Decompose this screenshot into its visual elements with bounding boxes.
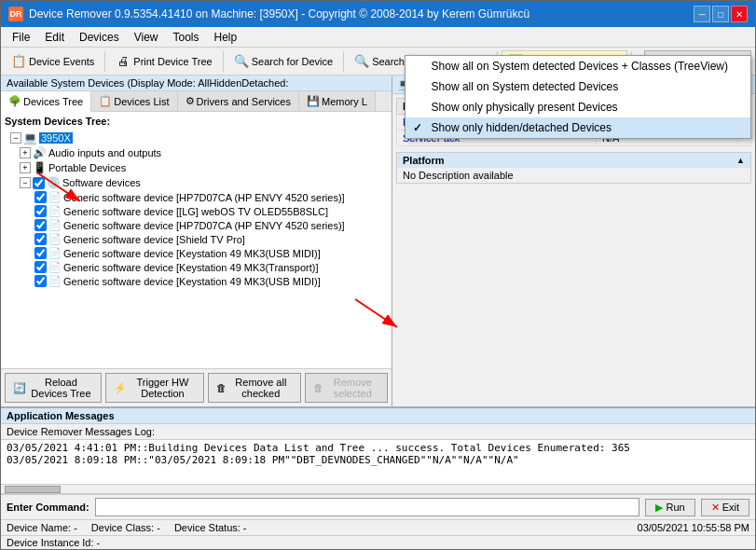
software-checkbox[interactable] [33,177,45,189]
expand-portable-button[interactable]: + [20,162,31,173]
tree-container[interactable]: System Devices Tree: − 💻 3950X + 🔊 Audio… [1,112,392,368]
list-item[interactable]: 📄 Generic software device [[LG] webOS TV… [5,204,388,218]
menu-tools[interactable]: Tools [166,29,207,46]
device-events-button[interactable]: 📋 Device Events [5,50,101,73]
menu-devices[interactable]: Devices [72,29,127,46]
list-item[interactable]: 📄 Generic software device [HP7D07CA (HP … [5,190,388,204]
content-area: Available System Devices (Display Mode: … [1,76,755,549]
sw-device-7-label: Generic software device [Keystation 49 M… [63,276,321,287]
devices-tree-tab-label: Devices Tree [23,96,83,107]
device-status-status: Device Status: - [174,522,247,533]
panel-header: Available System Devices (Display Mode: … [1,76,392,91]
sw-device-3-checkbox[interactable] [34,219,47,231]
dropdown-item-all-classes[interactable]: Show all on System detected Devices + Cl… [405,56,750,76]
device-instance-label: Device Instance Id: - [7,537,100,548]
menu-edit[interactable]: Edit [37,29,72,46]
tab-memory[interactable]: 💾 Memory L [299,91,376,111]
search-device-icon: 🔍 [234,54,249,69]
list-item[interactable]: 📄 Generic software device [Keystation 49… [5,260,388,274]
memory-tab-icon: 💾 [307,95,320,107]
menu-help[interactable]: Help [207,29,245,46]
dropdown-item-all-detected[interactable]: Show all on System detected Devices [405,76,750,97]
bottom-section: Application Messages Device Remover Mess… [1,406,755,549]
display-mode-dropdown[interactable]: Show all on System detected Devices + Cl… [405,55,751,139]
sw-device-1-checkbox[interactable] [34,191,47,203]
tab-devices-list[interactable]: 📋 Devices List [91,91,177,111]
tree-node-root[interactable]: − 💻 3950X [5,131,388,145]
dropdown-item-hidden-detached[interactable]: ✓ Show only hidden/detached Devices [405,117,750,138]
toolbar-separator-1 [104,51,105,72]
dropdown-item-all-classes-label: Show all on System detected Devices + Cl… [432,60,728,73]
devices-list-tab-label: Devices List [114,96,169,107]
sw-device-6-label: Generic software device [Keystation 49 M… [63,262,319,273]
log-entry-2: 03/05/2021 8:09:18 PM::"03/05/2021 8:09:… [7,454,749,466]
list-item[interactable]: 📄 Generic software device [HP7D07CA (HP … [5,218,388,232]
remove-all-checked-button[interactable]: 🗑 Remove all checked [208,373,301,403]
toolbar-separator-2 [223,51,224,72]
reload-bottom-icon: 🔄 [13,382,26,394]
status-device-info: Device Name: - Device Class: - Device St… [7,522,247,533]
window-controls: ─ □ ✕ [694,6,748,22]
device-events-icon: 📋 [11,54,26,69]
list-item[interactable]: 📄 Generic software device [Keystation 49… [5,246,388,260]
expand-root-button[interactable]: − [10,132,21,144]
sw-device-1-icon: 📄 [48,191,62,203]
expand-audio-button[interactable]: + [20,147,31,158]
tree-node-portable[interactable]: + 📱 Portable Devices [5,160,388,175]
messages-log[interactable]: 03/05/2021 4:41:01 PM::Building Devices … [1,440,755,485]
sw-device-2-checkbox[interactable] [34,205,47,217]
run-button[interactable]: ▶ Run [645,499,694,516]
minimize-button[interactable]: ─ [694,6,710,22]
audio-node-label: Audio inputs and outputs [48,147,161,158]
list-item[interactable]: 📄 Generic software device [Keystation 49… [5,274,388,288]
app-messages-label: Application Messages [7,410,115,421]
sw-device-6-checkbox[interactable] [34,261,47,273]
maximize-button[interactable]: □ [712,6,729,22]
play-icon: ▶ [655,502,663,514]
remove-selected-button[interactable]: 🗑 Remove selected [305,373,388,403]
right-table-container[interactable]: Device Object Property Value Platform Wi… [392,94,755,406]
tree-node-software[interactable]: − 💿 Software devices [5,175,388,190]
tree-node-audio[interactable]: + 🔊 Audio inputs and outputs [5,145,388,160]
print-device-tree-button[interactable]: 🖨 Print Device Tree [109,50,218,73]
software-node-icon: 💿 [47,176,61,189]
menu-file[interactable]: File [5,29,37,46]
print-icon: 🖨 [116,54,131,69]
close-button[interactable]: ✕ [731,6,748,22]
root-node-icon: 💻 [23,131,37,144]
log-header-label: Device Remover Messages Log: [7,426,155,437]
tab-drivers-services[interactable]: ⚙ Drivers and Services [178,91,299,111]
sw-device-2-icon: 📄 [48,205,62,217]
log-hscrollbar[interactable] [1,485,755,494]
dropdown-item-physically-present[interactable]: Show only physically present Devices [405,97,750,117]
search-device-button[interactable]: 🔍 Search for Device [227,50,339,73]
trigger-icon: ⚡ [114,382,127,394]
trigger-hw-detection-button[interactable]: ⚡ Trigger HW Detection [105,373,204,403]
window-title: Device Remover 0.9.5354.41410 on Machine… [29,7,529,21]
tabs: 🌳 Devices Tree 📋 Devices List ⚙ Drivers … [1,91,392,112]
platform-section: Platform ▲ No Description available [396,152,751,184]
title-bar: DR Device Remover 0.9.5354.41410 on Mach… [1,1,755,27]
exit-label: Exit [722,502,739,513]
run-label: Run [666,502,684,513]
remove-all-label: Remove all checked [229,377,293,399]
timestamp: 03/05/2021 10:55:58 PM [638,522,749,533]
tab-devices-tree[interactable]: 🌳 Devices Tree [1,91,91,112]
expand-software-button[interactable]: − [20,177,31,188]
sw-device-4-checkbox[interactable] [34,233,47,245]
root-node-label: 3950X [39,132,73,144]
sw-device-5-checkbox[interactable] [34,247,47,259]
sw-device-7-icon: 📄 [48,275,62,287]
left-panel: Available System Devices (Display Mode: … [1,76,392,406]
sw-device-4-icon: 📄 [48,233,62,245]
sw-device-4-label: Generic software device [Shield TV Pro] [63,234,245,245]
trigger-label: Trigger HW Detection [130,377,196,399]
sw-device-2-label: Generic software device [[LG] webOS TV O… [63,206,328,217]
list-item[interactable]: 📄 Generic software device [Shield TV Pro… [5,232,388,246]
menu-view[interactable]: View [127,29,166,46]
sw-device-7-checkbox[interactable] [34,275,47,287]
exit-button[interactable]: ✕ Exit [701,499,749,516]
reload-devices-tree-bottom-button[interactable]: 🔄 Reload Devices Tree [5,373,102,403]
panel-header-text: Available System Devices (Display Mode: … [7,77,288,89]
command-input[interactable] [95,498,640,516]
